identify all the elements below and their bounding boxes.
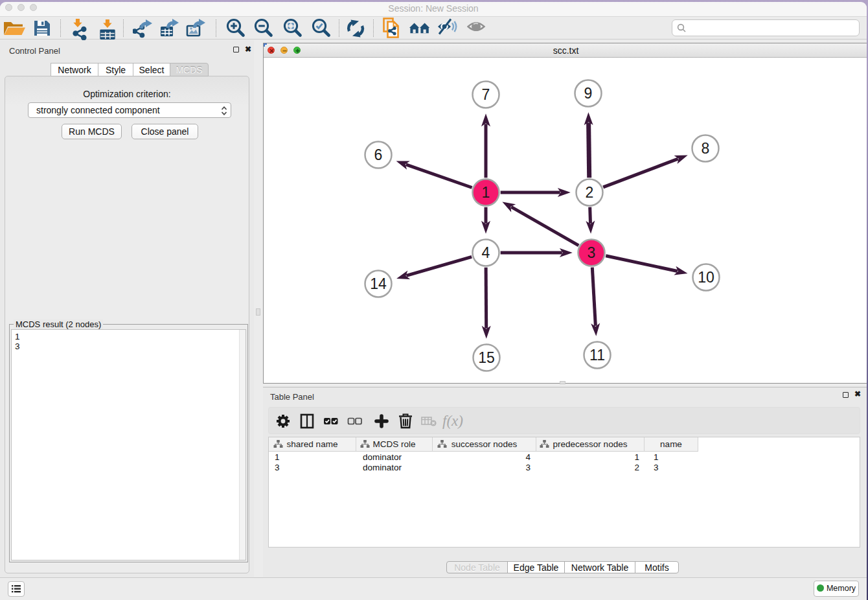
svg-text:14: 14 [370,275,387,292]
svg-text:9: 9 [584,85,593,102]
svg-text:6: 6 [374,146,383,163]
svg-text:1: 1 [482,184,490,201]
svg-text:4: 4 [482,244,490,261]
svg-text:3: 3 [588,244,596,261]
svg-text:8: 8 [702,140,710,157]
svg-text:2: 2 [586,184,594,201]
svg-text:10: 10 [698,269,714,286]
svg-text:11: 11 [589,347,605,363]
svg-text:f(x): f(x) [442,413,463,429]
svg-text:7: 7 [482,86,490,103]
svg-text:15: 15 [478,349,495,366]
